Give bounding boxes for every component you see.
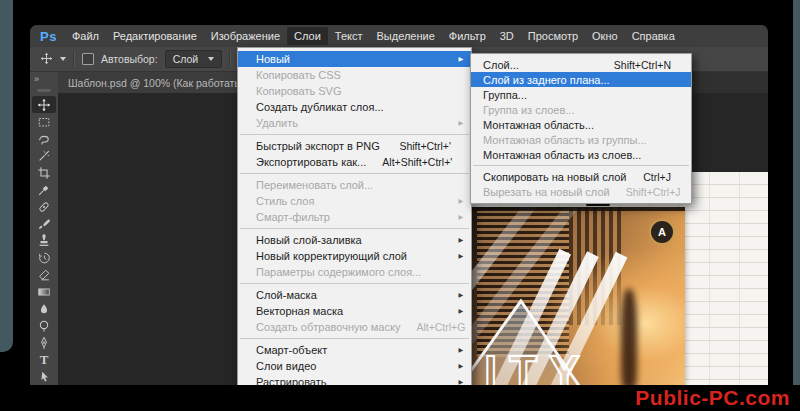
select-chevron-down-icon [208, 57, 214, 61]
submenu-item-artboard[interactable]: Монтажная область... [471, 117, 691, 132]
lasso-tool-icon[interactable] [32, 130, 56, 147]
type-tool-icon[interactable]: T [32, 351, 56, 368]
new-submenu: Слой...Shift+Ctrl+N Слой из заднего план… [470, 53, 692, 204]
poster-tower-silhouette [621, 289, 637, 385]
menu-separator [240, 134, 469, 135]
photoshop-logo: Ps [36, 29, 65, 44]
poster-logo-badge: A [649, 219, 675, 245]
menu-item-new-adjustment-layer[interactable]: Новый корректирующий слой▶ [238, 248, 471, 264]
screenshot-stage: Ps Файл Редактирование Изображение Слои … [0, 0, 800, 411]
options-divider [229, 51, 231, 67]
menu-item-video-layers[interactable]: Слои видео▶ [238, 358, 471, 374]
preset-chevron-down-icon[interactable] [60, 57, 66, 61]
menu-item-layer-content-options[interactable]: Параметры содержимого слоя... [238, 264, 471, 280]
dodge-tool-icon[interactable] [32, 317, 56, 334]
brush-tool-icon[interactable] [32, 215, 56, 232]
watermark-text: Public-PC.com [635, 386, 790, 410]
menu-item-duplicate-layer[interactable]: Создать дубликат слоя... [238, 99, 471, 115]
submenu-item-group[interactable]: Группа... [471, 87, 691, 102]
menu-item-copy-svg[interactable]: Копировать SVG [238, 83, 471, 99]
menu-separator [240, 283, 469, 284]
panel-grip[interactable] [37, 89, 51, 92]
menubar-type[interactable]: Текст [328, 27, 370, 45]
expand-panel-icon[interactable]: » [30, 72, 43, 86]
desktop-edge-left [0, 0, 13, 352]
autoselect-label: Автовыбор: [101, 53, 158, 65]
menubar-window[interactable]: Окно [585, 27, 625, 45]
menu-item-delete[interactable]: Удалить▶ [238, 115, 471, 131]
menu-separator [473, 165, 689, 166]
blur-tool-icon[interactable] [32, 300, 56, 317]
eyedropper-tool-icon[interactable] [32, 181, 56, 198]
autoselect-target-select[interactable]: Слой [165, 50, 223, 68]
desktop-edge-right [793, 0, 800, 411]
options-divider [73, 51, 75, 67]
menu-item-layer-mask[interactable]: Слой-маска▶ [238, 287, 471, 303]
magic-wand-tool-icon[interactable] [32, 147, 56, 164]
pen-tool-icon[interactable] [32, 334, 56, 351]
menu-item-new-fill-layer[interactable]: Новый слой-заливка▶ [238, 232, 471, 248]
menubar-image[interactable]: Изображение [204, 27, 287, 45]
menu-item-rename-layer[interactable]: Переименовать слой... [238, 177, 471, 193]
menubar-view[interactable]: Просмотр [521, 27, 585, 45]
submenu-item-layer-via-cut[interactable]: Вырезать на новый слойShift+Ctrl+J [471, 184, 691, 199]
menu-separator [240, 228, 469, 229]
autoselect-target-value: Слой [173, 53, 199, 65]
menubar-3d[interactable]: 3D [493, 27, 521, 45]
menu-item-smart-object[interactable]: Смарт-объект▶ [238, 342, 471, 358]
menubar-file[interactable]: Файл [65, 27, 106, 45]
menu-separator [240, 338, 469, 339]
clone-stamp-tool-icon[interactable] [32, 232, 56, 249]
menu-item-quick-export-png[interactable]: Быстрый экспорт в PNGShift+Ctrl+' [238, 138, 471, 154]
submenu-item-layer-from-background[interactable]: Слой из заднего плана... [471, 72, 691, 87]
rect-marquee-tool-icon[interactable] [32, 113, 56, 130]
path-select-tool-icon[interactable] [32, 368, 56, 385]
menu-item-new[interactable]: Новый▶ [238, 51, 471, 67]
menu-item-export-as[interactable]: Экспортировать как...Alt+Shift+Ctrl+' [238, 154, 471, 170]
crop-tool-icon[interactable] [32, 164, 56, 181]
tools-panel: » [30, 72, 59, 385]
menu-bar: Ps Файл Редактирование Изображение Слои … [30, 25, 768, 47]
eraser-tool-icon[interactable] [32, 266, 56, 283]
menu-separator [240, 173, 469, 174]
move-tool-preset-icon[interactable] [40, 52, 53, 67]
healing-brush-tool-icon[interactable] [32, 198, 56, 215]
gradient-tool-icon[interactable] [32, 283, 56, 300]
autoselect-checkbox[interactable] [82, 53, 94, 65]
history-brush-tool-icon[interactable] [32, 249, 56, 266]
menu-item-copy-css[interactable]: Копировать CSS [238, 67, 471, 83]
bottom-crop-bar: Public-PC.com [0, 385, 800, 411]
menu-item-vector-mask[interactable]: Векторная маска▶ [238, 303, 471, 319]
submenu-item-group-from-layers[interactable]: Группа из слоев... [471, 102, 691, 117]
menubar-help[interactable]: Справка [625, 27, 682, 45]
submenu-item-artboard-from-layers[interactable]: Монтажная область из слоев... [471, 147, 691, 162]
menu-item-layer-style[interactable]: Стиль слоя▶ [238, 193, 471, 209]
move-tool-icon[interactable] [32, 96, 56, 113]
submenu-item-layer-via-copy[interactable]: Скопировать на новый слойCtrl+J [471, 169, 691, 184]
menubar-layers[interactable]: Слои [287, 27, 328, 45]
menubar-edit[interactable]: Редактирование [106, 27, 204, 45]
menubar-filter[interactable]: Фильтр [442, 27, 493, 45]
submenu-item-layer[interactable]: Слой...Shift+Ctrl+N [471, 57, 691, 72]
menu-item-create-clipping-mask[interactable]: Создать обтравочную маскуAlt+Ctrl+G [238, 319, 471, 335]
submenu-item-artboard-from-group[interactable]: Монтажная область из группы... [471, 132, 691, 147]
menubar-select[interactable]: Выделение [370, 27, 442, 45]
menu-item-smart-filter[interactable]: Смарт-фильтр▶ [238, 209, 471, 225]
layers-menu: Новый▶ Копировать CSS Копировать SVG Соз… [237, 47, 472, 397]
